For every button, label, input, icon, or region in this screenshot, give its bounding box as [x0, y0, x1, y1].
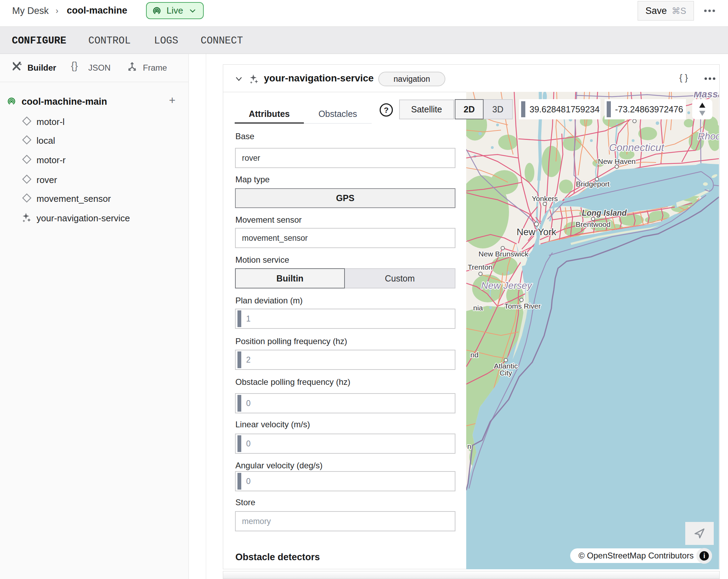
- svg-text:New Haven: New Haven: [598, 157, 636, 165]
- svg-text:New York: New York: [517, 227, 557, 237]
- svg-text:Yonkers: Yonkers: [532, 195, 558, 203]
- svg-text:n: n: [467, 442, 471, 450]
- svg-text:Trenton: Trenton: [468, 263, 493, 271]
- svg-text:Bridgeport: Bridgeport: [576, 180, 610, 188]
- svg-text:nia: nia: [473, 304, 483, 312]
- svg-text:New Brunswick: New Brunswick: [478, 250, 528, 258]
- svg-text:?: ?: [384, 105, 389, 114]
- svg-text:Rhod: Rhod: [698, 131, 719, 142]
- svg-text:Connecticut: Connecticut: [609, 142, 665, 153]
- svg-text:City: City: [500, 369, 512, 377]
- svg-text:Brentwood: Brentwood: [576, 220, 610, 228]
- svg-text:nd: nd: [470, 351, 478, 359]
- svg-text:Massach: Massach: [694, 92, 719, 100]
- svg-text:New Jersey: New Jersey: [481, 280, 533, 291]
- svg-text:Long Island: Long Island: [582, 208, 627, 217]
- svg-text:Toms River: Toms River: [504, 302, 541, 310]
